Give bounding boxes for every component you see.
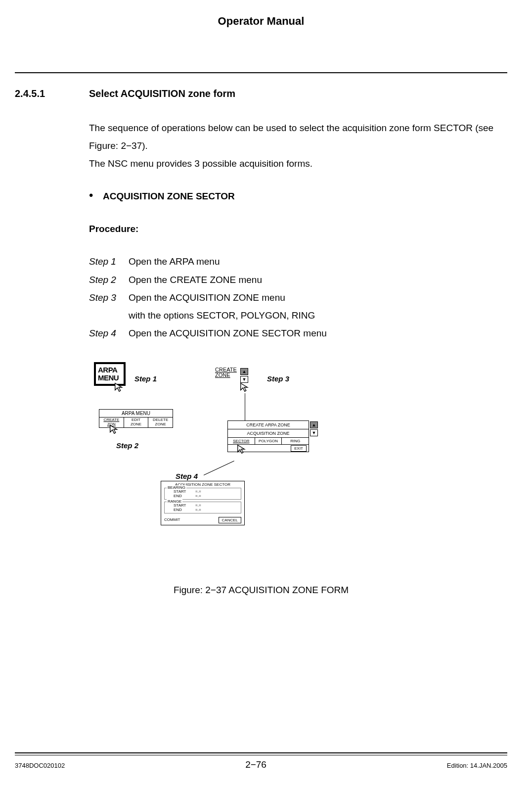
sb-value: =.=: [195, 494, 201, 498]
bullet-dot-icon: •: [89, 189, 103, 201]
cursor-icon: [239, 382, 250, 393]
sb-bearing-label: BEARING: [167, 485, 186, 490]
menu-cell-text: ZONE: [155, 422, 166, 426]
step-text: Open the CREATE ZONE menu: [129, 271, 262, 289]
acquisition-zone-sector-popup: ACQUISITION ZONE SECTOR BEARING START=.=…: [161, 481, 245, 525]
step-label: Step 1: [89, 253, 129, 271]
connector-line: [245, 393, 245, 420]
menu-cell-delete-zone: DELETE ZONE: [148, 418, 173, 427]
menu-cell-edit-zone: EDIT ZONE: [124, 418, 149, 427]
step-label: Step 2: [89, 271, 129, 289]
page-footer: 3748DOC020102 2−76 Edition: 14.JAN.2005: [15, 752, 507, 770]
section-heading-row: 2.4.5.1 Select ACQUISITION zone form: [15, 88, 507, 99]
step-row: Step 2 Open the CREATE ZONE menu: [89, 271, 507, 289]
step-row: Step 3 Open the ACQUISITION ZONE menu: [89, 289, 507, 307]
sb-end-label: END: [174, 508, 192, 512]
bullet-text: ACQUISITION ZONE SECTOR: [103, 187, 235, 205]
step-row: Step 1 Open the ARPA menu: [89, 253, 507, 271]
procedure-steps: Step 1 Open the ARPA menu Step 2 Open th…: [89, 253, 507, 342]
menu-cell-text: CREATE: [103, 418, 119, 422]
sb-start-label: START: [174, 503, 192, 508]
scroll-down-icon: ▼: [310, 429, 318, 436]
scroll-up-icon: ▲: [310, 421, 318, 428]
intro-line-2: The NSC menu provides 3 possible acquisi…: [89, 155, 507, 173]
header-rule: [15, 72, 507, 73]
caz-title: CREATE ARPA ZONE: [228, 421, 309, 429]
sb-cancel-button: CANCEL: [219, 517, 241, 523]
annotation-step1: Step 1: [134, 374, 157, 383]
caz-cell-ring: RING: [282, 438, 309, 444]
caz-exit-button: EXIT: [291, 445, 307, 452]
section-title: Select ACQUISITION zone form: [89, 88, 235, 99]
step-label: Step 4: [89, 325, 129, 342]
sb-commit-button: COMMIT: [164, 517, 180, 523]
create-zone-l2: ZONE: [215, 372, 230, 378]
step-row: Step 4 Open the ACQUISITION ZONE SECTOR …: [89, 325, 507, 342]
caz-subtitle: ACQUISITION ZONE: [228, 429, 309, 438]
step-text: with the options SECTOR, POLYGON, RING: [129, 307, 315, 325]
annotation-step4: Step 4: [176, 472, 198, 480]
caz-cell-text: SECTOR: [233, 439, 249, 443]
intro-line-1: The sequence of operations below can be …: [89, 119, 507, 155]
sb-value: =.=: [195, 489, 201, 494]
arpa-box-line1: ARPA: [98, 366, 122, 374]
step-text: Open the ARPA menu: [129, 253, 220, 271]
annotation-step2: Step 2: [116, 441, 138, 450]
footer-rule: [15, 755, 507, 755]
menu-cell-text: DELETE: [153, 418, 168, 422]
sb-value: =.=: [195, 503, 201, 508]
sb-footer: COMMIT CANCEL: [161, 515, 244, 525]
arpa-menu-title: ARPA MENU: [99, 410, 173, 418]
cursor-icon: [236, 444, 247, 455]
step-label: Step 3: [89, 289, 129, 307]
footer-rule: [15, 752, 507, 753]
create-zone-l1: CREATE: [215, 367, 237, 372]
page-header-title: Operator Manual: [15, 15, 507, 28]
step-label: [89, 307, 129, 325]
step-text: Open the ACQUISITION ZONE SECTOR menu: [129, 325, 327, 342]
sb-end-label: END: [174, 494, 192, 498]
procedure-label: Procedure:: [89, 220, 507, 238]
scroll-buttons: ▲ ▼: [310, 421, 318, 437]
caz-cell-polygon: POLYGON: [255, 438, 282, 444]
footer-doc-id: 3748DOC020102: [15, 762, 65, 769]
figure-caption: Figure: 2−37 ACQUISITION ZONE FORM: [15, 585, 507, 596]
cursor-icon: [109, 424, 120, 435]
create-zone-label: CREATE ZONE: [215, 367, 237, 378]
bullet-row: • ACQUISITION ZONE SECTOR: [89, 187, 507, 205]
annotation-step3: Step 3: [267, 374, 289, 383]
step-row: with the options SECTOR, POLYGON, RING: [89, 307, 507, 325]
arpa-box-line2: MENU: [98, 374, 122, 382]
scroll-up-icon: ▲: [240, 368, 248, 375]
menu-cell-text: EDIT: [132, 418, 140, 422]
intro-paragraph: The sequence of operations below can be …: [89, 119, 507, 173]
sb-bearing-group: BEARING START=.= END=.=: [164, 488, 241, 500]
menu-cell-text: ZONE: [131, 422, 141, 426]
connector-line: [204, 461, 234, 475]
sb-range-group: RANGE START=.= END=.=: [164, 502, 241, 513]
footer-page-number: 2−76: [245, 759, 266, 770]
sb-range-label: RANGE: [167, 499, 182, 504]
figure-diagram: ARPA MENU Step 1 ARPA MENU CREATE ZON ED…: [89, 362, 346, 570]
step-text: Open the ACQUISITION ZONE menu: [129, 289, 285, 307]
footer-edition: Edition: 14.JAN.2005: [447, 762, 507, 769]
sb-start-label: START: [174, 489, 192, 494]
body-content: The sequence of operations below can be …: [89, 119, 507, 342]
cursor-icon: [114, 382, 125, 393]
section-number: 2.4.5.1: [15, 88, 89, 99]
sb-value: =.=: [195, 508, 201, 512]
